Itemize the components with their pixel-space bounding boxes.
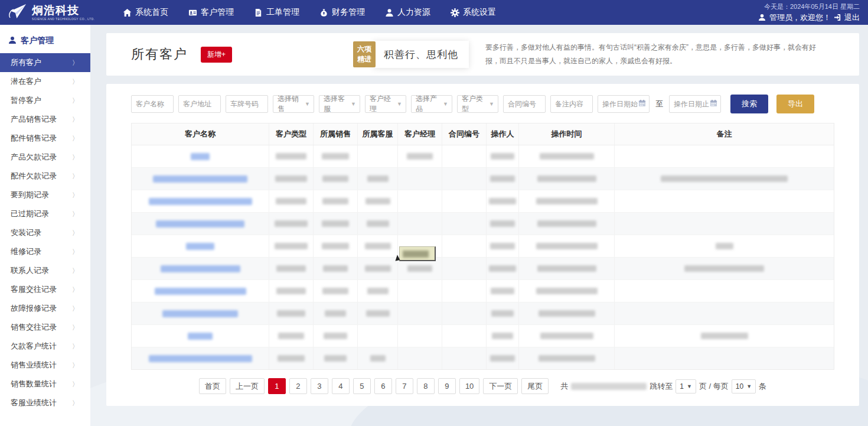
- redacted-text: [276, 288, 306, 294]
- filter-bar: 选择销售▼选择客服▼客户经理▼选择产品▼客户类型▼操作日期始至操作日期止 搜索 …: [131, 95, 834, 113]
- redacted-text: [490, 220, 515, 227]
- sidebar-item[interactable]: 维修记录〉: [0, 242, 90, 261]
- search-button[interactable]: 搜索: [730, 95, 768, 113]
- pagination-page-button[interactable]: 4: [332, 378, 350, 394]
- filter-input[interactable]: [178, 95, 221, 113]
- table-cell: [314, 325, 358, 347]
- nav-item-settings[interactable]: 系统设置: [451, 7, 496, 18]
- sidebar-item[interactable]: 故障报修记录〉: [0, 299, 90, 318]
- table-cell: [358, 303, 398, 324]
- redacted-text: [490, 175, 515, 182]
- export-button[interactable]: 导出: [776, 95, 814, 113]
- total-prefix: 共: [560, 381, 568, 392]
- sidebar-item[interactable]: 欠款客户统计〉: [0, 337, 90, 356]
- sidebar-item[interactable]: 配件欠款记录〉: [0, 167, 90, 186]
- nav-item-workorder[interactable]: 工单管理: [254, 7, 299, 18]
- sidebar-item[interactable]: 配件销售记录〉: [0, 129, 90, 148]
- filter-input[interactable]: [550, 95, 593, 113]
- redacted-text: [536, 243, 598, 249]
- sidebar-item[interactable]: 产品销售记录〉: [0, 110, 90, 129]
- table-header-row: 客户名称客户类型所属销售所属客服客户经理合同编号操作人操作时间备注: [132, 123, 834, 145]
- redacted-text: [490, 243, 515, 249]
- table-cell: [442, 235, 487, 257]
- pagination-page-button[interactable]: 5: [353, 378, 371, 394]
- pagination-last-button[interactable]: 尾页: [521, 378, 549, 394]
- redacted-text: [489, 265, 516, 272]
- sidebar-item[interactable]: 安装记录〉: [0, 223, 90, 242]
- sidebar-item[interactable]: 产品欠款记录〉: [0, 148, 90, 167]
- sidebar-item[interactable]: 已过期记录〉: [0, 204, 90, 223]
- sidebar-item-label: 已过期记录: [11, 209, 49, 219]
- customer-name-link[interactable]: [149, 198, 252, 205]
- customer-name-link[interactable]: [162, 310, 238, 317]
- customer-name-link[interactable]: [153, 175, 247, 183]
- table-cell: [314, 235, 358, 257]
- nav-item-home[interactable]: 系统首页: [123, 7, 168, 18]
- pagination-page-button[interactable]: 8: [417, 378, 435, 394]
- sidebar-item[interactable]: 暂停客户〉: [0, 91, 90, 110]
- page-jump-select[interactable]: 1 ▼: [676, 379, 696, 394]
- sidebar-menu: 所有客户〉潜在客户〉暂停客户〉产品销售记录〉配件销售记录〉产品欠款记录〉配件欠款…: [0, 53, 90, 412]
- nav-item-label: 客户管理: [201, 7, 234, 18]
- logout-button[interactable]: 退出: [834, 12, 860, 23]
- redacted-text: [278, 355, 305, 362]
- redacted-text: [537, 220, 596, 227]
- pagination-page-button[interactable]: 1: [268, 378, 286, 394]
- filter-select-label: 选择产品: [416, 94, 443, 114]
- sidebar-item[interactable]: 销售业绩统计〉: [0, 356, 90, 375]
- page-size-select[interactable]: 10 ▼: [732, 379, 756, 394]
- pagination-page-button[interactable]: 9: [438, 378, 456, 394]
- table-header-cell: 备注: [615, 123, 834, 145]
- chevron-right-icon: 〉: [72, 229, 79, 238]
- filter-select[interactable]: 选择客服▼: [319, 95, 360, 113]
- filter-select[interactable]: 选择销售▼: [273, 95, 314, 113]
- redacted-text: [323, 265, 348, 272]
- sidebar-item[interactable]: 销售交往记录〉: [0, 318, 90, 337]
- pagination-prev-button[interactable]: 上一页: [230, 378, 265, 394]
- sidebar-item[interactable]: 客服业绩统计〉: [0, 394, 90, 412]
- sidebar-item[interactable]: 要到期记录〉: [0, 186, 90, 204]
- pagination-page-button[interactable]: 6: [374, 378, 392, 394]
- pagination-first-button[interactable]: 首页: [199, 378, 226, 394]
- customer-name-link[interactable]: [155, 288, 246, 295]
- sidebar-item[interactable]: 联系人记录〉: [0, 261, 90, 280]
- table-cell: [269, 145, 314, 167]
- nav-item-hr[interactable]: 人力资源: [385, 7, 430, 18]
- filter-select[interactable]: 客户类型▼: [457, 95, 498, 113]
- chevron-right-icon: 〉: [72, 77, 79, 86]
- filter-date-input[interactable]: 操作日期止: [669, 95, 721, 113]
- brand[interactable]: 炯浩科技 SCIENCE AND TECHNOLOGY CO., LTD.: [0, 4, 112, 21]
- sidebar-item[interactable]: 所有客户〉: [0, 53, 90, 72]
- redacted-text: [324, 355, 347, 362]
- sidebar-item-label: 所有客户: [11, 57, 41, 68]
- table-cell: [615, 325, 834, 347]
- pagination-next-button[interactable]: 下一页: [483, 378, 518, 394]
- customer-name-link[interactable]: [188, 333, 213, 340]
- customer-name-link[interactable]: [149, 355, 252, 362]
- sidebar-item[interactable]: 客服交往记录〉: [0, 280, 90, 299]
- pagination-page-button[interactable]: 7: [396, 378, 413, 394]
- table-cell: [269, 190, 314, 212]
- pagination-page-button[interactable]: 10: [459, 378, 479, 394]
- table-header-cell: 客户名称: [132, 123, 269, 145]
- customer-name-link[interactable]: [186, 243, 214, 250]
- filter-select[interactable]: 客户经理▼: [365, 95, 406, 113]
- pagination-page-button[interactable]: 3: [311, 378, 328, 394]
- welcome-text: 管理员，欢迎您！: [769, 12, 831, 23]
- customer-name-link[interactable]: [161, 265, 240, 272]
- redacted-text: [370, 355, 386, 362]
- add-customer-button[interactable]: 新增+: [201, 47, 232, 63]
- filter-select[interactable]: 选择产品▼: [411, 95, 452, 113]
- chevron-right-icon: 〉: [72, 172, 79, 181]
- filter-date-input[interactable]: 操作日期始: [598, 95, 650, 113]
- filter-input[interactable]: [226, 95, 268, 113]
- pagination-page-button[interactable]: 2: [289, 378, 307, 394]
- nav-item-customers[interactable]: 客户管理: [188, 7, 234, 18]
- sidebar-item[interactable]: 潜在客户〉: [0, 72, 90, 91]
- filter-input[interactable]: [131, 95, 174, 113]
- customer-name-link[interactable]: [191, 153, 210, 160]
- nav-item-finance[interactable]: 财务管理: [319, 7, 365, 18]
- customer-name-link[interactable]: [156, 220, 244, 227]
- filter-input[interactable]: [503, 95, 546, 113]
- sidebar-item[interactable]: 销售数量统计〉: [0, 375, 90, 394]
